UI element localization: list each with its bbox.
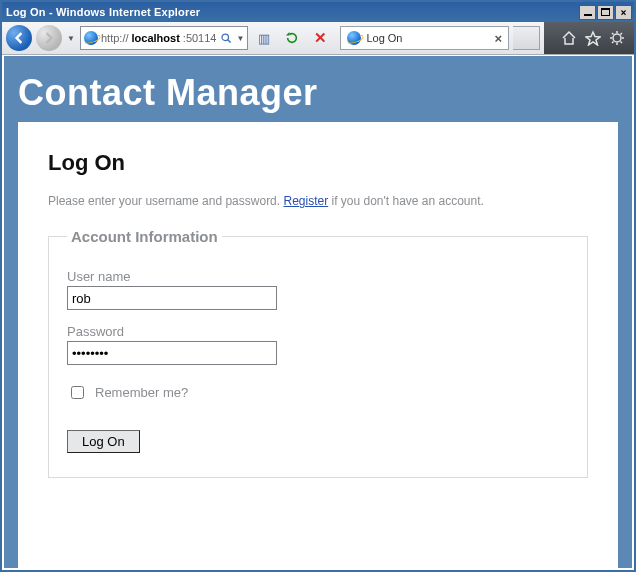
page-heading: Log On xyxy=(48,150,588,176)
stop-button[interactable]: ✕ xyxy=(308,26,332,50)
svg-point-2 xyxy=(613,34,621,42)
address-bar[interactable]: http://localhost:50114 ▼ xyxy=(80,26,248,50)
url-host: localhost xyxy=(132,32,180,44)
remember-checkbox[interactable] xyxy=(71,386,84,399)
account-fieldset: Account Information User name Password R… xyxy=(48,228,588,478)
window-close-button[interactable]: × xyxy=(615,5,632,20)
home-icon[interactable] xyxy=(560,29,578,47)
toolbar-right xyxy=(544,22,634,54)
tools-icon[interactable] xyxy=(608,29,626,47)
password-input[interactable] xyxy=(67,341,277,365)
compat-view-icon[interactable]: ▥ xyxy=(252,26,276,50)
username-input[interactable] xyxy=(67,286,277,310)
refresh-button[interactable] xyxy=(280,26,304,50)
titlebar: Log On - Windows Internet Explorer × xyxy=(2,2,634,22)
hint-text: Please enter your username and password.… xyxy=(48,194,588,208)
site-brand: Contact Manager xyxy=(18,72,618,114)
new-tab-button[interactable] xyxy=(513,26,540,50)
favorites-icon[interactable] xyxy=(584,29,602,47)
tab-close-icon[interactable]: × xyxy=(494,31,502,46)
svg-point-0 xyxy=(222,34,229,41)
register-link[interactable]: Register xyxy=(283,194,328,208)
page-content: Contact Manager Log On Please enter your… xyxy=(18,66,618,568)
window-maximize-button[interactable] xyxy=(597,5,614,20)
hint-suffix: if you don't have an account. xyxy=(328,194,484,208)
remember-label: Remember me? xyxy=(95,385,188,400)
remember-me[interactable]: Remember me? xyxy=(67,383,569,402)
browser-window: Log On - Windows Internet Explorer × ▼ h… xyxy=(0,0,636,572)
url-port: :50114 xyxy=(183,32,217,44)
browser-toolbar: ▼ http://localhost:50114 ▼ ▥ ✕ Log On × xyxy=(2,22,634,55)
username-label: User name xyxy=(67,269,569,284)
svg-line-1 xyxy=(228,39,231,42)
window-minimize-button[interactable] xyxy=(579,5,596,20)
content-card: Log On Please enter your username and pa… xyxy=(18,122,618,568)
nav-back-button[interactable] xyxy=(6,25,32,51)
tab-favicon-icon xyxy=(347,31,361,45)
address-dropdown-icon[interactable]: ▼ xyxy=(236,34,244,43)
url-protocol: http:// xyxy=(101,32,129,44)
password-label: Password xyxy=(67,324,569,339)
page-viewport: Contact Manager Log On Please enter your… xyxy=(4,56,632,568)
nav-history-dropdown[interactable]: ▼ xyxy=(66,25,76,51)
logon-button[interactable]: Log On xyxy=(67,430,140,453)
hint-prefix: Please enter your username and password. xyxy=(48,194,283,208)
search-icon[interactable] xyxy=(219,31,233,45)
browser-tab[interactable]: Log On × xyxy=(340,26,509,50)
window-title: Log On - Windows Internet Explorer xyxy=(4,6,578,18)
fieldset-legend: Account Information xyxy=(67,228,222,245)
tab-title: Log On xyxy=(366,32,489,44)
nav-forward-button[interactable] xyxy=(36,25,62,51)
ie-logo-icon xyxy=(84,31,98,45)
